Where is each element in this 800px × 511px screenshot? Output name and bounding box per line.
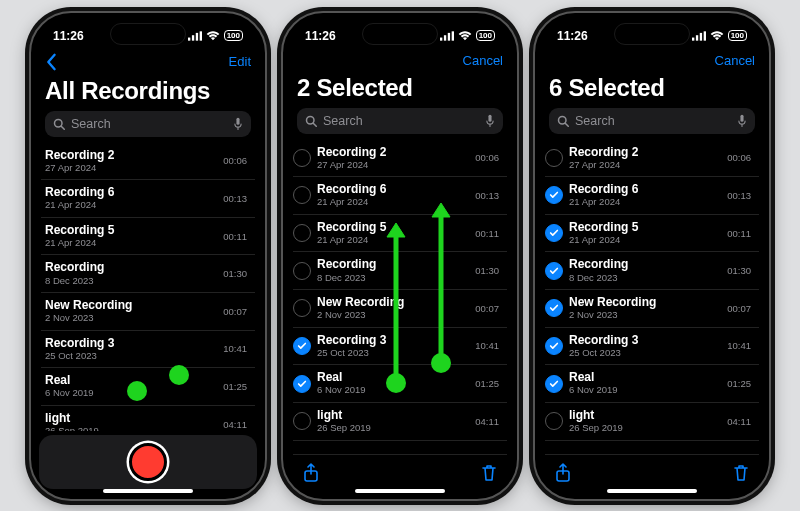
recording-row[interactable]: Recording 521 Apr 202400:11: [41, 218, 255, 256]
selection-checkmark[interactable]: [293, 299, 311, 317]
selection-checkmark[interactable]: [293, 337, 311, 355]
recording-duration: 00:13: [223, 193, 251, 204]
recording-duration: 04:11: [475, 416, 503, 427]
recording-row[interactable]: light26 Sep 201904:11: [41, 406, 255, 431]
recording-row[interactable]: Recording 621 Apr 202400:13: [545, 177, 759, 215]
signal-icon: [188, 31, 202, 41]
selection-checkmark[interactable]: [293, 375, 311, 393]
signal-icon: [440, 31, 454, 41]
recording-date: 25 Oct 2023: [569, 348, 721, 358]
search-input[interactable]: Search: [45, 111, 251, 137]
recording-row[interactable]: Recording 227 Apr 202400:06: [41, 143, 255, 181]
mic-icon[interactable]: [485, 114, 495, 128]
home-indicator[interactable]: [607, 489, 697, 493]
search-input[interactable]: Search: [549, 108, 755, 134]
svg-rect-13: [488, 114, 491, 121]
recording-duration: 00:07: [475, 303, 503, 314]
recording-row[interactable]: Recording 521 Apr 202400:11: [545, 215, 759, 253]
mic-icon[interactable]: [233, 117, 243, 131]
selection-checkmark[interactable]: [545, 262, 563, 280]
page-title: 2 Selected: [293, 72, 507, 108]
recordings-list[interactable]: Recording 227 Apr 202400:06Recording 621…: [545, 140, 759, 454]
gesture-swipe-arrow: [381, 223, 411, 391]
recording-duration: 00:07: [223, 306, 251, 317]
recording-row[interactable]: Recording 227 Apr 202400:06: [293, 140, 507, 178]
recording-row[interactable]: light26 Sep 201904:11: [545, 403, 759, 441]
back-button[interactable]: [45, 53, 57, 71]
gesture-touch-dot: [431, 353, 451, 373]
selection-checkmark[interactable]: [545, 224, 563, 242]
page-title: All Recordings: [41, 75, 255, 111]
recording-row[interactable]: New Recording2 Nov 202300:07: [41, 293, 255, 331]
svg-rect-1: [192, 35, 194, 40]
selection-checkmark[interactable]: [293, 224, 311, 242]
selection-checkmark[interactable]: [293, 186, 311, 204]
recording-duration: 00:11: [223, 231, 251, 242]
recording-date: 25 Oct 2023: [45, 351, 217, 361]
recording-duration: 01:30: [223, 268, 251, 279]
svg-rect-20: [696, 35, 698, 40]
cancel-button[interactable]: Cancel: [715, 53, 755, 68]
selection-checkmark[interactable]: [545, 299, 563, 317]
phone-2-selected: 11:26 100 Cancel 2 Selected Search Recor…: [281, 11, 519, 501]
trash-button[interactable]: [481, 464, 497, 486]
status-time: 11:26: [305, 29, 336, 43]
selection-checkmark[interactable]: [293, 262, 311, 280]
recording-row[interactable]: Recording 621 Apr 202400:13: [293, 177, 507, 215]
dynamic-island: [614, 23, 690, 45]
recording-row[interactable]: Real6 Nov 201901:25: [41, 368, 255, 406]
svg-rect-3: [199, 31, 201, 40]
home-indicator[interactable]: [103, 489, 193, 493]
recording-row[interactable]: Recording 227 Apr 202400:06: [545, 140, 759, 178]
selection-checkmark[interactable]: [545, 337, 563, 355]
recording-date: 21 Apr 2024: [45, 200, 217, 210]
recording-duration: 00:07: [727, 303, 755, 314]
status-time: 11:26: [557, 29, 588, 43]
recording-name: light: [569, 409, 721, 422]
recording-duration: 10:41: [727, 340, 755, 351]
cancel-button[interactable]: Cancel: [463, 53, 503, 68]
recording-duration: 04:11: [727, 416, 755, 427]
status-icons: 100: [692, 30, 747, 41]
share-button[interactable]: [303, 463, 319, 487]
record-bar: [39, 435, 257, 489]
recording-row[interactable]: Recording 621 Apr 202400:13: [41, 180, 255, 218]
share-button[interactable]: [555, 463, 571, 487]
battery-icon: 100: [476, 30, 495, 41]
recording-name: Recording 2: [569, 146, 721, 159]
recording-date: 27 Apr 2024: [569, 160, 721, 170]
recording-duration: 01:25: [475, 378, 503, 389]
recording-name: Recording: [45, 261, 217, 274]
selection-checkmark[interactable]: [545, 149, 563, 167]
recording-row[interactable]: light26 Sep 201904:11: [293, 403, 507, 441]
home-indicator[interactable]: [355, 489, 445, 493]
trash-button[interactable]: [733, 464, 749, 486]
svg-rect-25: [740, 114, 743, 121]
recording-row[interactable]: Recording8 Dec 202301:30: [545, 252, 759, 290]
status-time: 11:26: [53, 29, 84, 43]
nav-bar: Cancel: [545, 51, 759, 72]
selection-checkmark[interactable]: [545, 412, 563, 430]
recording-row[interactable]: Recording 325 Oct 202310:41: [545, 328, 759, 366]
recording-row[interactable]: Recording8 Dec 202301:30: [41, 255, 255, 293]
selection-checkmark[interactable]: [293, 412, 311, 430]
search-input[interactable]: Search: [297, 108, 503, 134]
recording-name: New Recording: [569, 296, 721, 309]
recording-duration: 01:30: [727, 265, 755, 276]
mic-icon[interactable]: [737, 114, 747, 128]
page-title: 6 Selected: [545, 72, 759, 108]
recording-row[interactable]: Recording 325 Oct 202310:41: [41, 331, 255, 369]
selection-checkmark[interactable]: [293, 149, 311, 167]
recording-row[interactable]: Real6 Nov 201901:25: [545, 365, 759, 403]
svg-rect-10: [451, 31, 453, 40]
gesture-swipe-arrow: [426, 203, 456, 371]
search-icon: [53, 118, 65, 130]
selection-checkmark[interactable]: [545, 186, 563, 204]
record-button[interactable]: [129, 443, 167, 481]
edit-button[interactable]: Edit: [229, 54, 251, 69]
recording-date: 27 Apr 2024: [45, 163, 217, 173]
recordings-list[interactable]: Recording 227 Apr 202400:06Recording 621…: [41, 143, 255, 431]
toolbar: [545, 454, 759, 487]
selection-checkmark[interactable]: [545, 375, 563, 393]
recording-row[interactable]: New Recording2 Nov 202300:07: [545, 290, 759, 328]
